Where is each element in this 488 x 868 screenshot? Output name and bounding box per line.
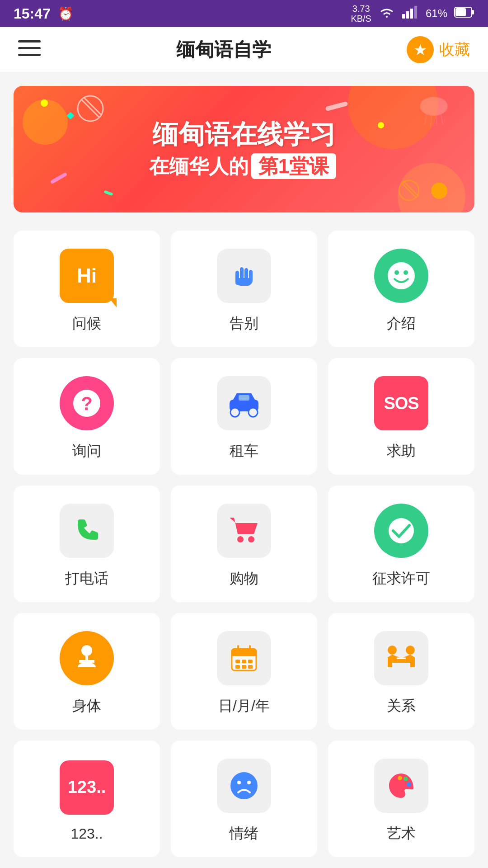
svg-point-28 — [249, 408, 258, 417]
svg-point-48 — [406, 646, 415, 655]
alarm-icon: ⏰ — [58, 6, 74, 21]
battery-icon — [455, 6, 474, 21]
svg-point-52 — [247, 781, 251, 784]
svg-line-11 — [425, 113, 427, 124]
wifi-icon — [379, 6, 395, 21]
svg-line-14 — [441, 113, 443, 124]
numbers-icon: 123.. — [60, 760, 114, 826]
svg-point-21 — [388, 262, 415, 289]
header: 缅甸语自学 ★ 收藏 — [0, 27, 488, 72]
emotion-label: 情绪 — [230, 824, 258, 844]
svg-rect-45 — [242, 665, 246, 669]
category-item-emotion[interactable]: 情绪 — [171, 741, 317, 857]
date-icon — [217, 631, 271, 696]
svg-rect-3 — [414, 6, 417, 19]
svg-rect-43 — [248, 660, 253, 663]
sos-icon: SOS — [374, 376, 428, 441]
banner-content: 缅甸语在线学习 在缅华人的第1堂课 — [149, 118, 339, 180]
svg-text:?: ? — [81, 393, 93, 414]
greeting-label: 问候 — [72, 314, 101, 334]
svg-rect-9 — [18, 54, 41, 56]
svg-rect-38 — [232, 653, 256, 656]
svg-point-23 — [404, 270, 408, 275]
rental-label: 租车 — [230, 441, 258, 461]
intro-label: 介绍 — [387, 314, 416, 334]
category-item-rental[interactable]: 租车 — [171, 358, 317, 475]
svg-rect-29 — [239, 395, 249, 401]
banner[interactable]: 缅甸语在线学习 在缅华人的第1堂课 — [14, 86, 474, 212]
category-item-phone[interactable]: 打电话 — [14, 486, 160, 602]
category-item-date[interactable]: 日/月/年 — [171, 613, 317, 730]
emotion-icon — [217, 759, 271, 824]
intro-icon — [374, 249, 428, 314]
category-item-permission[interactable]: 征求许可 — [328, 486, 474, 602]
svg-point-27 — [230, 408, 239, 417]
svg-rect-5 — [472, 10, 474, 14]
svg-point-51 — [237, 781, 241, 784]
svg-line-13 — [436, 114, 437, 126]
svg-point-47 — [388, 646, 397, 655]
farewell-label: 告别 — [230, 314, 258, 334]
category-item-body[interactable]: 身体 — [14, 613, 160, 730]
banner-highlight: 第1堂课 — [251, 153, 336, 179]
body-label: 身体 — [72, 696, 101, 716]
status-time: 15:47 — [14, 5, 51, 22]
greeting-icon: Hi — [60, 249, 114, 314]
svg-point-54 — [398, 776, 402, 780]
category-item-intro[interactable]: 介绍 — [328, 231, 474, 347]
svg-line-19 — [401, 183, 417, 198]
svg-point-50 — [230, 772, 258, 799]
inquiry-label: 询问 — [72, 441, 101, 461]
svg-point-31 — [248, 536, 254, 542]
permission-label: 征求许可 — [372, 569, 430, 589]
star-icon: ★ — [407, 36, 434, 63]
inquiry-icon: ? — [60, 376, 114, 441]
svg-point-33 — [81, 645, 92, 656]
svg-rect-6 — [455, 8, 466, 16]
svg-rect-1 — [406, 11, 409, 19]
phone-icon — [60, 504, 114, 569]
category-item-sos[interactable]: SOS 求助 — [328, 358, 474, 475]
farewell-icon — [217, 249, 271, 314]
svg-rect-44 — [235, 665, 240, 669]
category-item-shopping[interactable]: 购物 — [171, 486, 317, 602]
favorite-label: 收藏 — [439, 39, 470, 60]
body-icon — [60, 631, 114, 696]
svg-rect-42 — [242, 660, 246, 663]
battery-percent: 61% — [426, 7, 447, 20]
menu-button[interactable] — [18, 38, 41, 61]
banner-subtitle: 在缅华人的第1堂课 — [149, 153, 339, 180]
category-grid: Hi 问候 告别 介绍 ? 询问 — [0, 222, 488, 866]
signal-icon — [402, 6, 418, 21]
category-item-relation[interactable]: 关系 — [328, 613, 474, 730]
svg-line-16 — [81, 99, 99, 118]
favorite-button[interactable]: ★ 收藏 — [407, 36, 470, 63]
relation-label: 关系 — [387, 696, 416, 716]
svg-point-22 — [394, 270, 399, 275]
svg-point-55 — [404, 777, 408, 781]
numbers-label: 123.. — [70, 826, 103, 842]
svg-rect-46 — [248, 665, 253, 669]
art-label: 艺术 — [387, 824, 416, 844]
shopping-label: 购物 — [230, 569, 258, 589]
phone-label: 打电话 — [65, 569, 108, 589]
page-title: 缅甸语自学 — [176, 37, 271, 62]
svg-point-56 — [407, 782, 411, 787]
svg-point-10 — [420, 97, 447, 115]
category-item-farewell[interactable]: 告别 — [171, 231, 317, 347]
svg-rect-7 — [18, 40, 41, 42]
svg-rect-41 — [235, 660, 240, 663]
banner-title: 缅甸语在线学习 — [149, 118, 339, 150]
rental-icon — [217, 376, 271, 441]
svg-point-53 — [393, 780, 398, 785]
category-item-greeting[interactable]: Hi 问候 — [14, 231, 160, 347]
category-item-art[interactable]: 艺术 — [328, 741, 474, 857]
date-label: 日/月/年 — [218, 696, 270, 716]
svg-rect-0 — [402, 14, 405, 19]
shopping-icon — [217, 504, 271, 569]
svg-line-12 — [431, 114, 432, 126]
category-item-inquiry[interactable]: ? 询问 — [14, 358, 160, 475]
svg-rect-8 — [18, 47, 41, 49]
category-item-numbers[interactable]: 123.. 123.. — [14, 741, 160, 857]
permission-icon — [374, 504, 428, 569]
